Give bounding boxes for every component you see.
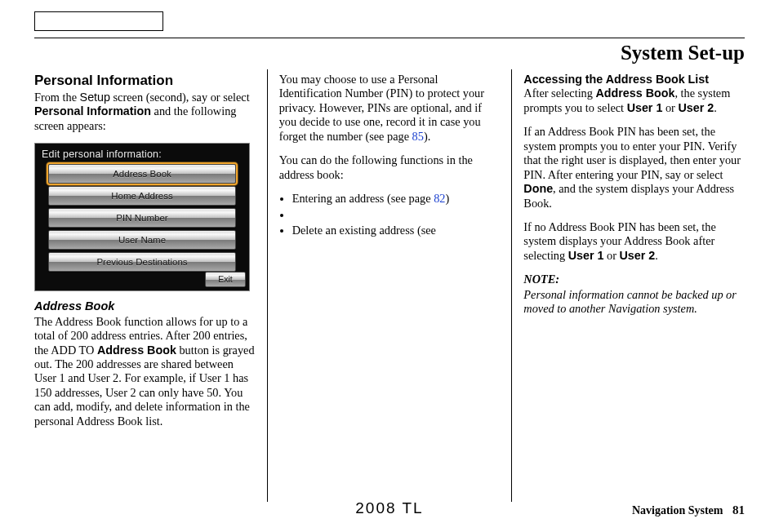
nav-btn-exit[interactable]: Exit	[205, 272, 246, 287]
page-link-82[interactable]: 82	[434, 192, 445, 205]
c3p3-u1: User 1	[568, 249, 604, 262]
heading-personal-info: Personal Information	[34, 73, 256, 90]
content-columns: Personal Information From the Setup scre…	[34, 69, 745, 502]
setup-word: Setup	[80, 91, 110, 104]
c3p2-a: If an Address Book PIN has been set, the…	[523, 125, 741, 180]
subhead-address-book: Address Book	[34, 299, 256, 314]
intro-paragraph: From the Setup screen (second), say or s…	[34, 91, 256, 133]
functions-intro: You can do the following functions in th…	[279, 153, 501, 182]
column-3: Accessing the Address Book List After se…	[512, 69, 745, 502]
page-link-85[interactable]: 85	[412, 130, 424, 143]
nav-btn-prev-dest[interactable]: Previous Destinations	[48, 252, 236, 272]
page-number: 81	[732, 503, 745, 516]
c3p3: If no Address Book PIN has been set, the…	[523, 220, 745, 263]
li1-b: )	[445, 192, 449, 205]
functions-list: Entering an address (see page 82) Delete…	[279, 192, 501, 237]
nav-btn-user-name[interactable]: User Name	[48, 230, 236, 250]
footer-right: Navigation System 81	[632, 503, 745, 517]
c3p3-b: .	[655, 249, 658, 262]
column-2: You may choose to use a Personal Identif…	[268, 69, 513, 502]
heading-accessing: Accessing the Address Book List	[523, 73, 709, 86]
c3p1-a: After selecting	[523, 86, 595, 100]
nav-btn-home-address[interactable]: Home Address	[48, 186, 236, 206]
c3p2-b: , and the system displays your Address B…	[523, 182, 734, 209]
c3p1-d: .	[714, 101, 717, 114]
c3p1-c: or	[662, 101, 678, 114]
c3p1-u2: User 2	[678, 101, 714, 114]
c3p2: If an Address Book PIN has been set, the…	[523, 125, 745, 211]
c3p3-u2: User 2	[620, 249, 656, 262]
p1-a: You may choose to use a Personal Identif…	[279, 73, 484, 143]
note-heading: NOTE:	[523, 273, 745, 286]
c3p1-u1: User 1	[627, 101, 663, 114]
intro-text-a: From the	[34, 91, 80, 104]
address-book-paragraph: The Address Book function allows for up …	[34, 315, 256, 429]
nav-title: Edit personal information:	[35, 144, 249, 162]
page-title: System Set-up	[34, 42, 745, 64]
footer-label: Navigation System	[632, 504, 723, 516]
c3p3-or: or	[603, 249, 619, 262]
ocr-empty-box	[34, 11, 163, 31]
pi-bold: Personal Information	[34, 104, 151, 117]
nav-screenshot: Edit personal information: Address Book …	[34, 143, 250, 291]
p1-b: ).	[424, 130, 430, 143]
list-item-enter: Entering an address (see page 82)	[292, 192, 501, 206]
nav-buttons: Address Book Home Address PIN Number Use…	[35, 162, 249, 272]
footer-model: 2008 TL	[355, 499, 423, 517]
column-1: Personal Information From the Setup scre…	[34, 69, 268, 502]
intro-text-b: screen (second), say or select	[110, 91, 250, 104]
note-body: Personal information cannot be backed up…	[523, 288, 745, 317]
header-rule	[34, 38, 745, 38]
c3p1-ab: Address Book	[595, 86, 674, 100]
list-item-empty	[292, 208, 501, 222]
c3p2-done: Done	[523, 182, 553, 195]
page-footer: 2008 TL Navigation System 81	[0, 503, 779, 517]
nav-btn-pin-number[interactable]: PIN Number	[48, 208, 236, 228]
list-item-delete: Delete an existing address (see	[292, 224, 501, 237]
accessing-block: Accessing the Address Book List After se…	[523, 73, 745, 115]
li1-a: Entering an address (see page	[292, 192, 434, 205]
nav-btn-address-book[interactable]: Address Book	[48, 164, 236, 184]
ab-bold: Address Book	[97, 344, 176, 357]
pin-paragraph: You may choose to use a Personal Identif…	[279, 73, 501, 144]
